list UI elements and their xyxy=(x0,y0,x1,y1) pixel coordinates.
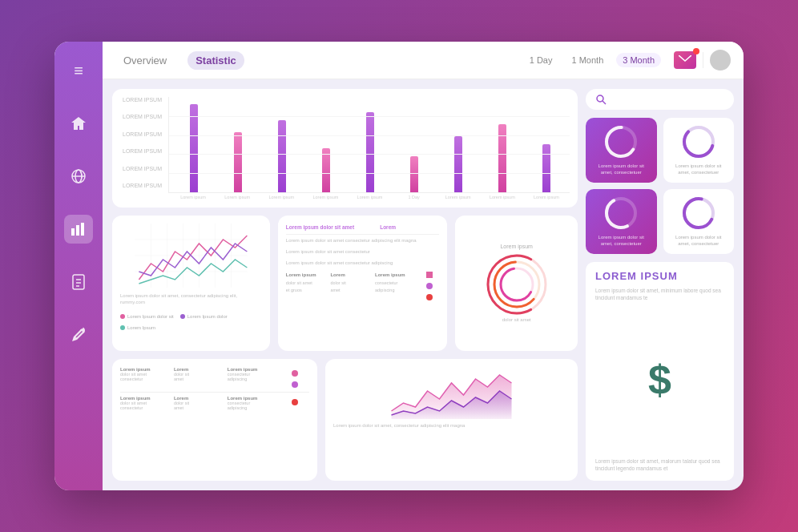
globe-icon[interactable] xyxy=(64,162,93,191)
bar-col-6 xyxy=(394,156,434,192)
document-icon[interactable] xyxy=(64,268,93,296)
donut-desc: dolor sit amet xyxy=(502,316,531,323)
wrench-icon[interactable] xyxy=(64,320,93,349)
bar-y-label-2: LOREM IPSUM xyxy=(120,114,162,119)
bar-col-3 xyxy=(262,120,302,192)
bar-y-label-4: LOREM IPSUM xyxy=(120,148,162,154)
mini-stat-card-1: Lorem ipsum dolor sit amet, consectetuer xyxy=(586,118,657,183)
content-area: LOREM IPSUM LOREM IPSUM LOREM IPSUM LORE… xyxy=(103,79,744,490)
mail-icon[interactable] xyxy=(674,51,696,69)
legend-dot-2 xyxy=(180,314,185,319)
mini-donut-2 xyxy=(681,124,716,159)
legend-item-2: Lorem Ipsum dolor xyxy=(180,314,228,319)
bar-col-5 xyxy=(350,112,390,192)
svg-rect-3 xyxy=(71,228,75,236)
legend-dot-1 xyxy=(120,314,125,319)
area-chart-card: Lorem ipsum dolor sit amet, consectetur … xyxy=(325,359,578,481)
dollar-sign: $ xyxy=(595,307,724,452)
bar-col-1 xyxy=(174,104,214,192)
mini-stat-card-2: Lorem ipsum dolor sit amet, consectetuer xyxy=(663,118,735,183)
main-content: Overview Statistic 1 Day 1 Month 3 Month xyxy=(103,42,744,490)
finance-card: LOREM IPSUM Lorem ipsum dolor sit amet, … xyxy=(586,262,734,481)
bar-col-9 xyxy=(526,144,566,192)
legend-label-2: Lorem Ipsum dolor xyxy=(187,314,228,319)
line-chart-svg xyxy=(120,224,262,288)
left-panel: LOREM IPSUM LOREM IPSUM LOREM IPSUM LORE… xyxy=(112,89,578,481)
area-chart-desc: Lorem ipsum dolor sit amet, consectetur … xyxy=(333,422,570,429)
dashboard: ≡ xyxy=(54,42,744,490)
time-1day[interactable]: 1 Day xyxy=(523,53,559,67)
bar-y-label-3: LOREM IPSUM xyxy=(120,131,162,137)
time-3month[interactable]: 3 Month xyxy=(616,53,661,67)
bottom-row: Lorem ipsum dolor sit amet, consectetur … xyxy=(112,216,578,351)
right-panel: Lorem ipsum dolor sit amet, consectetuer… xyxy=(586,89,734,481)
legend-label-1: Lorem Ipsum dolor sit xyxy=(127,314,174,319)
avatar[interactable] xyxy=(710,50,731,71)
line-chart-card: Lorem ipsum dolor sit amet, consectetur … xyxy=(112,216,270,351)
bar-y-label-5: LOREM IPSUM xyxy=(120,166,162,171)
donut-svg xyxy=(485,252,549,316)
legend-label-3: Lorem Ipsum xyxy=(127,325,155,330)
table-card: Lorem ipsum dolor sit amet Lorem Lorem i… xyxy=(278,216,448,351)
home-icon[interactable] xyxy=(64,109,93,138)
mini-stat-card-3: Lorem ipsum dolor sit amet, consectetuer xyxy=(586,189,657,254)
header: Overview Statistic 1 Day 1 Month 3 Month xyxy=(103,42,744,79)
svg-rect-5 xyxy=(81,223,84,236)
mini-stat-text-3: Lorem ipsum dolor sit amet, consectetuer xyxy=(592,234,651,248)
svg-point-26 xyxy=(507,275,526,294)
mini-donut-1 xyxy=(603,124,639,159)
bar-col-4 xyxy=(306,148,346,192)
header-icons xyxy=(674,50,731,71)
svg-rect-4 xyxy=(76,225,79,236)
donut-chart-card: Lorem ipsum xyxy=(455,216,578,351)
line-chart-legend: Lorem Ipsum dolor sit Lorem Ipsum dolor … xyxy=(120,314,262,330)
line-chart-desc: Lorem ipsum dolor sit amet, consectetur … xyxy=(120,292,262,306)
svg-rect-6 xyxy=(73,275,84,289)
mini-donut-3 xyxy=(603,195,639,231)
finance-desc-bottom: Lorem ipsum dolor sit amet, malorum tala… xyxy=(595,457,724,474)
area-chart-svg xyxy=(333,367,570,419)
bar-col-7 xyxy=(438,136,478,192)
time-filter: 1 Day 1 Month 3 Month xyxy=(523,53,661,67)
bar-col-2 xyxy=(218,132,258,192)
hamburger-icon[interactable]: ≡ xyxy=(64,56,93,85)
search-icon xyxy=(595,94,607,105)
legend-dot-3 xyxy=(120,325,125,330)
mini-stat-text-2: Lorem ipsum dolor sit amet, consectetuer xyxy=(670,163,728,176)
mini-stat-text-4: Lorem ipsum dolor sit amet, consectetuer xyxy=(670,234,728,248)
third-row: Lorem ipsum dolor sit amet consectetur L… xyxy=(112,359,578,481)
legend-item-1: Lorem Ipsum dolor sit xyxy=(120,314,174,319)
small-table-card: Lorem ipsum dolor sit amet consectetur L… xyxy=(112,359,317,481)
time-1month[interactable]: 1 Month xyxy=(566,53,611,67)
mini-donut-4 xyxy=(681,195,716,231)
bar-y-label-6: LOREM IPSUM xyxy=(120,183,162,188)
tab-overview[interactable]: Overview xyxy=(115,51,175,70)
mini-cards-grid: Lorem ipsum dolor sit amet, consectetuer… xyxy=(586,118,734,254)
svg-point-27 xyxy=(597,95,603,102)
bar-y-label-1: LOREM IPSUM xyxy=(120,97,162,103)
table-content: Lorem ipsum dolor sit amet Lorem Lorem i… xyxy=(286,224,440,300)
legend-item-3: Lorem Ipsum xyxy=(120,325,155,330)
chart-bar-icon[interactable] xyxy=(64,215,93,244)
sidebar: ≡ xyxy=(54,42,103,490)
tab-statistic[interactable]: Statistic xyxy=(187,51,244,70)
search-bar[interactable] xyxy=(586,89,734,110)
svg-line-28 xyxy=(603,101,606,104)
bar-chart-card: LOREM IPSUM LOREM IPSUM LOREM IPSUM LORE… xyxy=(112,89,578,208)
mini-stat-text-1: Lorem ipsum dolor sit amet, consectetuer xyxy=(592,163,651,176)
mini-stat-card-4: Lorem ipsum dolor sit amet, consectetuer xyxy=(663,189,735,254)
finance-title: LOREM IPSUM xyxy=(595,270,724,282)
finance-desc-top: Lorem ipsum dolor sit amet, minimum labo… xyxy=(595,287,724,303)
donut-title: Lorem ipsum xyxy=(500,244,532,249)
bar-col-8 xyxy=(482,124,522,192)
